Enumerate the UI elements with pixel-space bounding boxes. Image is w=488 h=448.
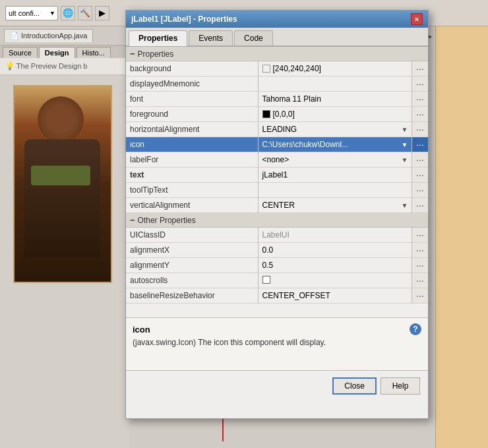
prop-dots-labelFor[interactable]: ··· xyxy=(412,152,428,168)
text-value: jLabel1 xyxy=(262,170,288,179)
prop-row-text[interactable]: text jLabel1 ··· xyxy=(126,168,428,183)
prop-name-alignmentX: alignmentX xyxy=(126,243,258,258)
prop-value-baselineResizeBehavior[interactable]: CENTER_OFFSET xyxy=(258,288,412,304)
prop-row-horizontalAlignment[interactable]: horizontalAlignment LEADING ▼ ··· xyxy=(126,122,428,137)
prop-dots-foreground[interactable]: ··· xyxy=(412,107,428,122)
desc-help-icon[interactable]: ? xyxy=(410,323,421,335)
prop-row-autoscrolls[interactable]: autoscrolls ··· xyxy=(126,273,428,288)
dots-icon-8[interactable]: ··· xyxy=(416,170,424,180)
tab-events[interactable]: Events xyxy=(189,30,233,46)
ide-hint: 💡 The Preview Design b xyxy=(0,58,129,75)
prop-value-displayedMnemonic[interactable] xyxy=(258,77,412,92)
prop-dots-verticalAlignment[interactable]: ··· xyxy=(412,198,428,213)
prop-dots-toolTipText[interactable]: ··· xyxy=(412,183,428,198)
prop-row-displayedMnemonic[interactable]: displayedMnemonic ··· xyxy=(126,77,428,92)
dots-icon-14[interactable]: ··· xyxy=(416,275,424,286)
prop-name-verticalAlignment: verticalAlignment xyxy=(126,198,258,213)
prop-dots-horizontalAlignment[interactable]: ··· xyxy=(412,122,428,137)
tab-code[interactable]: Code xyxy=(234,30,273,46)
dots-icon-2[interactable]: ··· xyxy=(416,79,424,89)
autoscrolls-checkbox[interactable] xyxy=(262,276,270,284)
prop-dots-alignmentY[interactable]: ··· xyxy=(412,258,428,273)
background-swatch xyxy=(262,65,270,73)
description-area: icon ? (javax.swing.Icon) The icon this … xyxy=(126,317,428,370)
prop-dots-text[interactable]: ··· xyxy=(412,168,428,183)
section-other-label: Other Properties xyxy=(138,216,196,225)
dots-icon-11[interactable]: ··· xyxy=(416,230,424,240)
prop-dots-baselineResizeBehavior[interactable]: ··· xyxy=(412,288,428,304)
prop-value-text[interactable]: jLabel1 xyxy=(258,168,412,183)
section-properties-header: Properties xyxy=(126,47,428,61)
dots-icon-4[interactable]: ··· xyxy=(416,109,424,119)
prop-name-baselineResizeBehavior: baselineResizeBehavior xyxy=(126,288,258,304)
prop-value-horizontalAlignment[interactable]: LEADING ▼ xyxy=(258,122,412,137)
hammer-icon[interactable]: 🔨 xyxy=(78,6,92,20)
prop-value-background[interactable]: [240,240,240] xyxy=(258,61,412,77)
prop-value-toolTipText[interactable] xyxy=(258,183,412,198)
prop-dots-displayedMnemonic[interactable]: ··· xyxy=(412,77,428,92)
help-button[interactable]: Help xyxy=(381,377,420,395)
dots-icon-13[interactable]: ··· xyxy=(416,260,424,271)
prop-value-labelFor[interactable]: <none> ▼ xyxy=(258,152,412,168)
alignmentY-value: 0.5 xyxy=(262,261,274,270)
other-properties-table: UIClassID LabelUI ··· alignmentX 0.0 ···… xyxy=(126,228,428,304)
dialog-body[interactable]: Properties background [240,240,240] ··· … xyxy=(126,47,428,317)
prop-dots-autoscrolls[interactable]: ··· xyxy=(412,273,428,288)
prop-value-alignmentX[interactable]: 0.0 xyxy=(258,243,412,258)
subtab-source[interactable]: Source xyxy=(3,47,38,58)
dots-icon-7[interactable]: ··· xyxy=(416,154,424,165)
dots-icon-10[interactable]: ··· xyxy=(416,200,424,210)
dots-icon-12[interactable]: ··· xyxy=(416,245,424,255)
prop-value-UIClassID: LabelUI xyxy=(258,228,412,243)
dots-icon-3[interactable]: ··· xyxy=(416,94,424,104)
prop-value-alignmentY[interactable]: 0.5 xyxy=(258,258,412,273)
prop-row-labelFor[interactable]: labelFor <none> ▼ ··· xyxy=(126,152,428,168)
prop-row-verticalAlignment[interactable]: verticalAlignment CENTER ▼ ··· xyxy=(126,198,428,213)
prop-name-labelFor: labelFor xyxy=(126,152,258,168)
file-icon: 📄 xyxy=(10,32,19,40)
prop-name-horizontalAlignment: horizontalAlignment xyxy=(126,122,258,137)
prop-row-alignmentX[interactable]: alignmentX 0.0 ··· xyxy=(126,243,428,258)
prop-name-foreground: foreground xyxy=(126,107,258,122)
dots-icon[interactable]: ··· xyxy=(416,63,424,74)
prop-row-alignmentY[interactable]: alignmentY 0.5 ··· xyxy=(126,258,428,273)
close-button[interactable]: Close xyxy=(332,377,377,395)
tab-properties[interactable]: Properties xyxy=(129,30,187,46)
prop-row-icon[interactable]: icon C:\Users\chukw\Downl... ▼ ··· xyxy=(126,137,428,152)
prop-name-UIClassID: UIClassID xyxy=(126,228,258,243)
run-icon[interactable]: ▶ xyxy=(95,6,109,20)
prop-dots-alignmentX[interactable]: ··· xyxy=(412,243,428,258)
dots-icon-6[interactable]: ··· xyxy=(416,139,424,150)
prop-dots-UIClassID[interactable]: ··· xyxy=(412,228,428,243)
labelFor-value: <none> xyxy=(262,155,290,164)
prop-value-verticalAlignment[interactable]: CENTER ▼ xyxy=(258,198,412,213)
desc-title: icon xyxy=(133,325,150,335)
prop-value-autoscrolls[interactable] xyxy=(258,273,412,288)
prop-row-toolTipText[interactable]: toolTipText ··· xyxy=(126,183,428,198)
prop-row-background[interactable]: background [240,240,240] ··· xyxy=(126,61,428,77)
globe-icon[interactable]: 🌐 xyxy=(61,6,75,20)
prop-value-icon[interactable]: C:\Users\chukw\Downl... ▼ xyxy=(258,137,412,152)
prop-value-foreground[interactable]: [0,0,0] xyxy=(258,107,412,122)
dots-icon-5[interactable]: ··· xyxy=(416,124,424,135)
subtab-history[interactable]: Histo... xyxy=(76,47,111,58)
prop-row-UIClassID[interactable]: UIClassID LabelUI ··· xyxy=(126,228,428,243)
prop-dots-background[interactable]: ··· xyxy=(412,61,428,77)
dots-icon-15[interactable]: ··· xyxy=(416,290,424,301)
prop-value-font[interactable]: Tahoma 11 Plain xyxy=(258,92,412,107)
prop-row-foreground[interactable]: foreground [0,0,0] ··· xyxy=(126,107,428,122)
prop-dots-icon[interactable]: ··· xyxy=(412,137,428,152)
dialog-footer: Close Help xyxy=(126,370,428,401)
canvas-image xyxy=(13,85,112,283)
dialog-tabs: Properties Events Code xyxy=(126,28,428,47)
prop-row-baselineResizeBehavior[interactable]: baselineResizeBehavior CENTER_OFFSET ··· xyxy=(126,288,428,304)
dots-icon-9[interactable]: ··· xyxy=(416,185,424,195)
prop-row-font[interactable]: font Tahoma 11 Plain ··· xyxy=(126,92,428,107)
prop-name-alignmentY: alignmentY xyxy=(126,258,258,273)
dialog-title: jLabel1 [JLabel] - Properties xyxy=(131,15,237,24)
dialog-close-icon[interactable]: × xyxy=(411,13,423,25)
file-tab[interactable]: 📄 IntroductionApp.java xyxy=(4,29,93,42)
prop-dots-font[interactable]: ··· xyxy=(412,92,428,107)
config-dropdown[interactable]: ult confi... ▼ xyxy=(5,6,58,20)
subtab-design[interactable]: Design xyxy=(39,47,75,58)
